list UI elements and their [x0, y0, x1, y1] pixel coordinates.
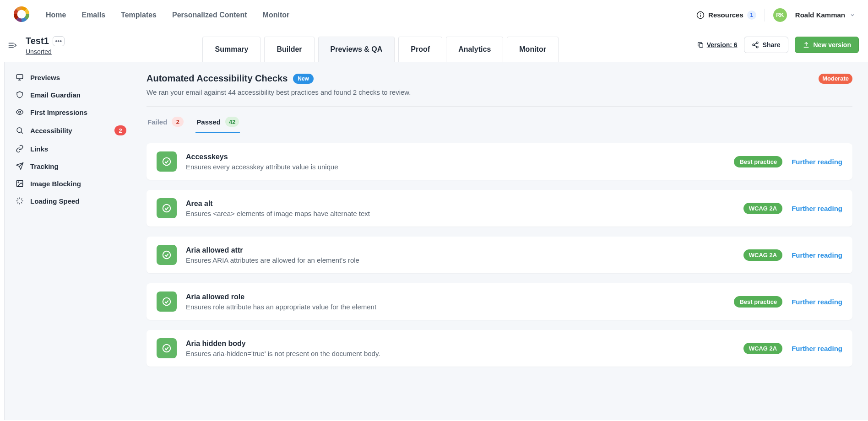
- check-body: Aria allowed attrEnsures ARIA attributes…: [186, 246, 734, 264]
- passed-count: 42: [225, 117, 239, 127]
- check-title: Area alt: [186, 200, 734, 208]
- check-tag: WCAG 2A: [743, 203, 782, 214]
- section-description: We ran your email against 44 accessibili…: [146, 88, 852, 96]
- svg-line-10: [754, 45, 756, 47]
- tab-proof[interactable]: Proof: [398, 37, 442, 62]
- chevron-down-icon: [850, 12, 855, 18]
- tab-monitor[interactable]: Monitor: [507, 37, 559, 62]
- section-title: Automated Accessibility Checks: [146, 73, 288, 84]
- check-pass-icon: [157, 198, 177, 218]
- svg-line-17: [21, 132, 23, 134]
- check-body: Area altEnsures <area> elements of image…: [186, 200, 734, 217]
- copy-icon: [697, 41, 704, 49]
- shield-icon: [16, 91, 24, 99]
- share-icon: [752, 41, 759, 49]
- link-icon: [16, 145, 24, 153]
- sidebar-item-links[interactable]: Links: [5, 140, 137, 157]
- checks-list: AccesskeysEnsures every accesskey attrib…: [146, 143, 852, 367]
- check-pass-icon: [157, 338, 177, 358]
- resources-count: 1: [747, 11, 756, 20]
- svg-point-33: [163, 298, 171, 306]
- section-header: Automated Accessibility Checks New Moder…: [146, 73, 852, 84]
- check-right: WCAG 2AFurther reading: [743, 343, 842, 354]
- sidebar-item-previews[interactable]: Previews: [5, 69, 137, 86]
- new-badge: New: [293, 74, 314, 84]
- nav-emails[interactable]: Emails: [81, 11, 105, 19]
- tab-analytics[interactable]: Analytics: [446, 37, 503, 62]
- version-link[interactable]: Version: 6: [697, 41, 738, 49]
- check-description: Ensures ARIA attributes are allowed for …: [186, 256, 734, 264]
- left-rail: [0, 62, 5, 420]
- app-logo[interactable]: [13, 5, 30, 25]
- sidebar-item-email-guardian[interactable]: Email Guardian: [5, 86, 137, 103]
- further-reading-link[interactable]: Further reading: [792, 158, 842, 166]
- accessibility-badge: 2: [114, 125, 126, 135]
- tab-failed-label: Failed: [147, 118, 167, 126]
- top-nav-right: Resources 1 RK Roald Kamman: [696, 8, 855, 22]
- check-card: AccesskeysEnsures every accesskey attrib…: [146, 143, 852, 180]
- qa-sidebar: Previews Email Guardian First Impression…: [5, 62, 137, 420]
- sidebar-item-label: Accessibility: [30, 127, 72, 135]
- svg-rect-12: [16, 75, 23, 79]
- tab-summary[interactable]: Summary: [202, 37, 260, 62]
- share-button[interactable]: Share: [744, 37, 788, 53]
- nav-personalized-content[interactable]: Personalized Content: [172, 11, 247, 19]
- further-reading-link[interactable]: Further reading: [792, 251, 842, 259]
- sidebar-item-image-blocking[interactable]: Image Blocking: [5, 175, 137, 192]
- check-tag: WCAG 2A: [743, 343, 782, 354]
- divider: [765, 9, 765, 22]
- check-title: Accesskeys: [186, 153, 725, 161]
- check-card: Area altEnsures <area> elements of image…: [146, 190, 852, 227]
- nav-templates[interactable]: Templates: [121, 11, 157, 19]
- check-title: Aria hidden body: [186, 340, 734, 348]
- sidebar-item-loading-speed[interactable]: Loading Speed: [5, 192, 137, 210]
- content: Automated Accessibility Checks New Moder…: [137, 62, 868, 420]
- avatar[interactable]: RK: [773, 8, 787, 22]
- tab-passed[interactable]: Passed 42: [195, 114, 240, 133]
- divider: [146, 106, 852, 107]
- check-title: Aria allowed attr: [186, 246, 734, 254]
- tab-previews-qa[interactable]: Previews & QA: [318, 37, 395, 62]
- search-icon: [16, 126, 24, 135]
- spinner-icon: [16, 197, 24, 205]
- share-label: Share: [763, 41, 781, 49]
- sidebar-item-label: Email Guardian: [30, 91, 81, 99]
- sidebar-item-accessibility[interactable]: Accessibility 2: [5, 121, 137, 140]
- further-reading-link[interactable]: Further reading: [792, 345, 842, 352]
- page-header-right: Version: 6 Share New version: [697, 37, 859, 61]
- further-reading-link[interactable]: Further reading: [792, 298, 842, 306]
- sidebar-item-label: Tracking: [30, 162, 59, 170]
- title-block: Test1 ••• Unsorted: [26, 36, 65, 55]
- top-nav: Home Emails Templates Personalized Conte…: [0, 0, 868, 30]
- page-tabs: Summary Builder Previews & QA Proof Anal…: [202, 37, 558, 62]
- tab-failed[interactable]: Failed 2: [146, 114, 184, 133]
- svg-point-9: [756, 46, 758, 48]
- sidebar-item-tracking[interactable]: Tracking: [5, 157, 137, 175]
- tab-builder[interactable]: Builder: [264, 37, 314, 62]
- svg-rect-6: [699, 43, 703, 47]
- svg-point-15: [19, 111, 21, 113]
- sidebar-item-label: Previews: [30, 74, 60, 81]
- folder-link[interactable]: Unsorted: [26, 48, 65, 55]
- further-reading-link[interactable]: Further reading: [792, 205, 842, 212]
- sidebar-toggle[interactable]: [5, 38, 20, 55]
- svg-point-30: [163, 158, 171, 166]
- check-body: Aria hidden bodyEnsures aria-hidden='tru…: [186, 340, 734, 357]
- new-version-button[interactable]: New version: [795, 37, 859, 53]
- sidebar-item-label: Loading Speed: [30, 197, 80, 205]
- resources-label: Resources: [708, 11, 743, 19]
- sidebar-item-label: Image Blocking: [30, 180, 81, 188]
- check-tag: Best practice: [734, 156, 782, 167]
- resources-button[interactable]: Resources 1: [696, 11, 756, 20]
- nav-monitor[interactable]: Monitor: [263, 11, 290, 19]
- user-menu[interactable]: Roald Kamman: [795, 11, 855, 19]
- sidebar-item-label: Links: [30, 145, 48, 153]
- sidebar-item-first-impressions[interactable]: First Impressions: [5, 103, 137, 121]
- check-card: Aria allowed roleEnsures role attribute …: [146, 283, 852, 320]
- more-options-button[interactable]: •••: [53, 36, 65, 46]
- svg-point-31: [163, 205, 171, 212]
- check-right: Best practiceFurther reading: [734, 156, 842, 167]
- eye-icon: [16, 108, 24, 116]
- nav-home[interactable]: Home: [46, 11, 66, 19]
- svg-line-29: [21, 199, 22, 200]
